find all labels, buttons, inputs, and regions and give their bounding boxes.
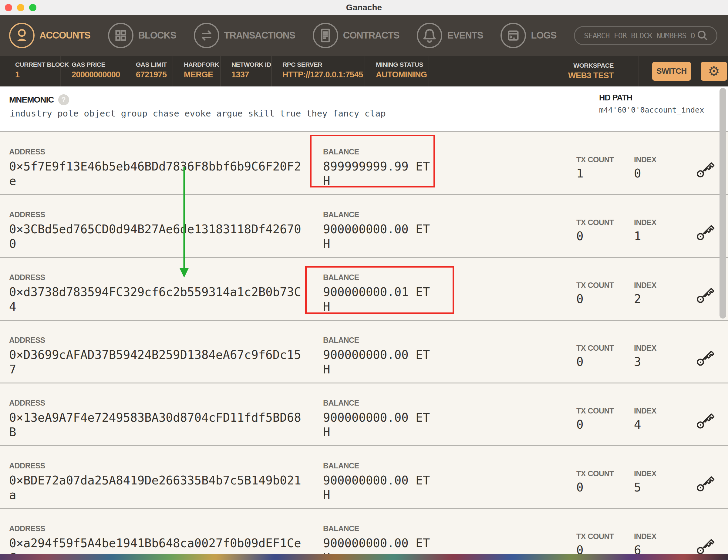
- nav-bar: ACCOUNTS BLOCKS TRANSACTIONS: [0, 15, 728, 56]
- nav-item-logs[interactable]: LOGS: [501, 23, 556, 48]
- balance-label: BALANCE: [323, 399, 464, 407]
- balance-label: BALANCE: [323, 336, 464, 345]
- search-box: [574, 26, 717, 45]
- stat-gas-price: GAS PRICE 20000000000: [61, 56, 125, 86]
- account-tx-count: 1: [576, 167, 634, 180]
- title-bar: Ganache: [0, 0, 728, 15]
- address-label: ADDRESS: [9, 399, 323, 407]
- tx-count-label: TX COUNT: [576, 407, 634, 415]
- address-label: ADDRESS: [9, 336, 323, 345]
- account-index: 2: [634, 292, 690, 306]
- show-private-key-button[interactable]: [696, 158, 716, 178]
- key-icon: [696, 284, 716, 304]
- account-balance: 900000000.00 ETH: [323, 410, 432, 440]
- key-icon: [696, 535, 716, 555]
- account-tx-count: 0: [576, 481, 634, 494]
- account-row: ADDRESS 0×a294f59f5A4be1941Bb648ca0027f0…: [0, 508, 728, 560]
- account-row: ADDRESS 0×13eA9A7F4e7249583BA30d8704cFD1…: [0, 383, 728, 445]
- address-label: ADDRESS: [9, 273, 323, 282]
- balance-label: BALANCE: [323, 273, 464, 282]
- tx-count-label: TX COUNT: [576, 281, 634, 290]
- account-index: 1: [634, 229, 690, 243]
- mnemonic-label: MNEMONIC: [9, 95, 54, 105]
- key-icon: [696, 158, 716, 178]
- nav-item-blocks[interactable]: BLOCKS: [108, 23, 176, 48]
- show-private-key-button[interactable]: [696, 284, 716, 304]
- account-tx-count: 0: [576, 418, 634, 431]
- transactions-icon: [194, 23, 219, 48]
- key-icon: [696, 410, 716, 430]
- switch-workspace-button[interactable]: SWITCH: [652, 62, 691, 81]
- account-index: 5: [634, 481, 690, 494]
- scrollbar-thumb[interactable]: [720, 88, 726, 319]
- stat-current-block: CURRENT BLOCK 1: [0, 56, 61, 86]
- account-index: 3: [634, 355, 690, 369]
- stat-gas-limit: GAS LIMIT 6721975: [125, 56, 173, 86]
- stat-hardfork: HARDFORK MERGE: [173, 56, 221, 86]
- workspace-name: WEB3 TEST: [568, 71, 614, 80]
- account-index: 4: [634, 418, 690, 431]
- person-icon: [9, 23, 35, 48]
- status-spacer: [429, 56, 568, 86]
- terminal-icon: [501, 23, 526, 48]
- contracts-icon: [313, 23, 338, 48]
- index-label: INDEX: [634, 344, 690, 353]
- address-label: ADDRESS: [9, 461, 323, 470]
- key-icon: [696, 347, 716, 367]
- address-label: ADDRESS: [9, 524, 323, 533]
- mnemonic-panel: MNEMONIC ? industry pole object group ch…: [0, 86, 728, 131]
- nav-item-transactions[interactable]: TRANSACTIONS: [194, 23, 295, 48]
- account-address: 0×D3699cAFAD37B59424B259D1384eA67c9f6Dc1…: [9, 348, 305, 377]
- mnemonic-words: industry pole object group chase evoke a…: [10, 108, 386, 119]
- tx-count-label: TX COUNT: [576, 218, 634, 227]
- index-label: INDEX: [634, 469, 690, 478]
- show-private-key-button[interactable]: [696, 221, 716, 241]
- account-balance: 899999999.99 ETH: [323, 159, 432, 188]
- mnemonic-help-icon[interactable]: ?: [58, 94, 69, 105]
- account-address: 0×3CBd5ed765CD0d94B27Ae6de13183118Df4267…: [9, 222, 305, 251]
- balance-label: BALANCE: [323, 524, 464, 533]
- account-address: 0×13eA9A7F4e7249583BA30d8704cFD11fdf5BD6…: [9, 410, 305, 440]
- hd-path-block: HD PATH m44'60'0'0account_index: [599, 93, 704, 114]
- account-address: 0×BDE72a07da25A8419De266335B4b7c5B149b02…: [9, 473, 305, 502]
- account-balance: 900000000.00 ETH: [323, 222, 432, 251]
- account-row: ADDRESS 0×d3738d783594FC329cf6c2b559314a…: [0, 257, 728, 320]
- key-icon: [696, 472, 716, 492]
- workspace-label: WORKSPACE: [573, 62, 614, 69]
- nav-item-events[interactable]: EVENTS: [417, 23, 483, 48]
- stat-rpc-server: RPC SERVER HTTP://127.0.0.1:7545: [272, 56, 365, 86]
- account-row: ADDRESS 0×D3699cAFAD37B59424B259D1384eA6…: [0, 320, 728, 383]
- minimize-button[interactable]: [17, 4, 24, 11]
- index-label: INDEX: [634, 218, 690, 227]
- settings-button[interactable]: ⚙: [701, 62, 727, 81]
- account-index: 0: [634, 167, 690, 180]
- index-label: INDEX: [634, 407, 690, 415]
- show-private-key-button[interactable]: [696, 535, 716, 555]
- account-balance: 900000000.00 ETH: [323, 348, 432, 377]
- gear-icon: ⚙: [708, 65, 720, 78]
- index-label: INDEX: [634, 532, 690, 541]
- nav-item-accounts[interactable]: ACCOUNTS: [9, 23, 90, 48]
- show-private-key-button[interactable]: [696, 347, 716, 367]
- account-tx-count: 0: [576, 229, 634, 243]
- nav-item-contracts[interactable]: CONTRACTS: [313, 23, 399, 48]
- hd-path-label: HD PATH: [599, 93, 704, 103]
- traffic-lights: [5, 0, 36, 15]
- show-private-key-button[interactable]: [696, 410, 716, 430]
- account-row: ADDRESS 0×3CBd5ed765CD0d94B27Ae6de131831…: [0, 194, 728, 257]
- stat-network-id: NETWORK ID 1337: [221, 56, 272, 86]
- close-button[interactable]: [5, 4, 12, 11]
- account-tx-count: 0: [576, 292, 634, 306]
- bell-icon: [417, 23, 442, 48]
- accounts-list: ADDRESS 0×5f7E9f13E46b5eb46BDd7836F8bbf6…: [0, 131, 728, 560]
- zoom-button[interactable]: [29, 4, 36, 11]
- account-address: 0×5f7E9f13E46b5eb46BDd7836F8bbf6b9C6F20F…: [9, 159, 305, 188]
- address-label: ADDRESS: [9, 147, 323, 156]
- ganache-window: Ganache ACCOUNTS BLOCKS: [0, 0, 728, 560]
- search-input[interactable]: [583, 31, 696, 40]
- account-tx-count: 0: [576, 355, 634, 369]
- desktop-wallpaper-strip: [0, 554, 728, 560]
- search-icon: [696, 29, 709, 42]
- show-private-key-button[interactable]: [696, 472, 716, 492]
- balance-label: BALANCE: [323, 147, 464, 156]
